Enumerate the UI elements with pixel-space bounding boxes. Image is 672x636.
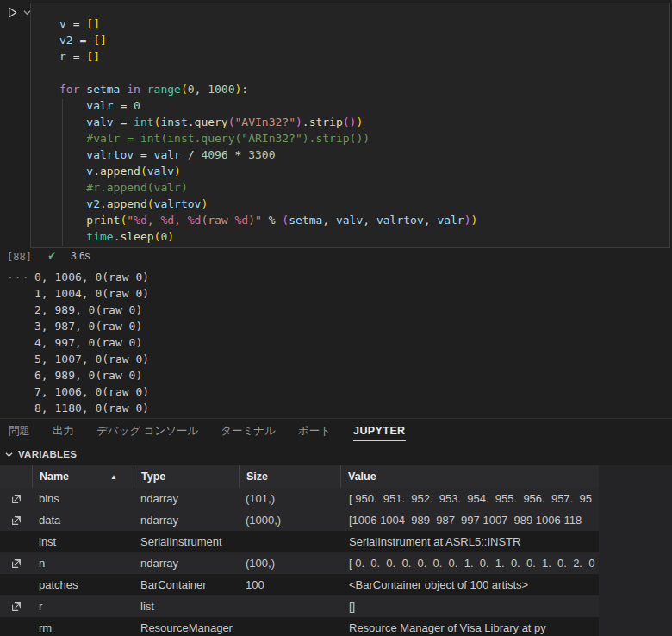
cell-name: rm: [32, 621, 134, 634]
header-size[interactable]: Size: [239, 465, 340, 488]
table-row-patches[interactable]: patchesBarContainer100<BarContainer obje…: [0, 574, 599, 595]
table-row-n[interactable]: nndarray(100,)[ 0. 0. 0. 0. 0. 0. 0. 1. …: [0, 552, 599, 574]
code-line: r = []: [59, 48, 477, 65]
open-data-viewer-icon[interactable]: [0, 601, 32, 613]
output-line: 1, 1004, 0(raw 0): [34, 285, 149, 302]
variables-table-region: Name ▲ Type Size Value binsndarray(101,)…: [0, 465, 672, 636]
output-line: 6, 989, 0(raw 0): [34, 367, 149, 383]
code-line: for setma in range(0, 1000):: [59, 81, 477, 97]
bottom-panel: 問題出力デバッグ コンソールターミナルポートJUPYTER VARIABLES …: [0, 418, 672, 636]
cell-type: ResourceManager: [134, 621, 239, 634]
output-line: 4, 997, 0(raw 0): [34, 334, 149, 351]
cell-type: ndarray: [134, 514, 239, 527]
variables-table-header: Name ▲ Type Size Value: [0, 465, 599, 488]
panel-tabbar: 問題出力デバッグ コンソールターミナルポートJUPYTER: [0, 419, 672, 443]
execution-duration: 3.6s: [71, 250, 90, 262]
code-editor[interactable]: v = []v2 = []r = []for setma in range(0,…: [59, 16, 477, 245]
output-line: 7, 1006, 0(raw 0): [34, 383, 149, 400]
cell-value: Resource Manager of Visa Library at py: [340, 621, 599, 634]
cell-type: ndarray: [134, 492, 239, 505]
code-line: #r.append(valr): [59, 179, 477, 196]
sort-ascending-icon: ▲: [110, 473, 117, 481]
cell-name: n: [32, 557, 134, 570]
cell-type: BarContainer: [134, 578, 239, 591]
cell-size: (101,): [239, 492, 340, 505]
cell-name: bins: [32, 492, 134, 505]
code-line: print("%d, %d, %d(raw %d)" % (setma, val…: [59, 212, 477, 228]
variables-section-label: VARIABLES: [18, 449, 77, 459]
notebook-cell: v = []v2 = []r = []for setma in range(0,…: [30, 3, 670, 248]
cell-type: ndarray: [134, 557, 239, 570]
table-row-bins[interactable]: binsndarray(101,)[ 950. 951. 952. 953. 9…: [0, 488, 599, 509]
tab-debug-console[interactable]: デバッグ コンソール: [96, 421, 198, 441]
output-line: 5, 1007, 0(raw 0): [34, 351, 149, 367]
code-line: [59, 65, 477, 81]
cell-value: [ 950. 951. 952. 953. 954. 955. 956. 957…: [340, 492, 599, 505]
execution-count: [88]: [7, 251, 32, 263]
variables-section-header[interactable]: VARIABLES: [0, 443, 672, 465]
run-cell-controls[interactable]: [6, 6, 31, 19]
run-cell-icon[interactable]: [6, 6, 19, 19]
code-line: valrtov = valr / 4096 * 3300: [59, 147, 477, 163]
table-row-data[interactable]: datandarray(1000,)[1006 1004 989 987 997…: [0, 509, 599, 531]
output-line: 0, 1006, 0(raw 0): [34, 269, 149, 285]
code-line: valr = 0: [59, 97, 477, 114]
output-line: 8, 1180, 0(raw 0): [34, 400, 149, 416]
header-icon-column: [0, 465, 32, 488]
tab-output[interactable]: 出力: [53, 421, 74, 441]
cell-value: SerialInstrument at ASRL5::INSTR: [340, 535, 599, 548]
cell-value: <BarContainer object of 100 artists>: [340, 578, 599, 591]
code-line: v2 = []: [59, 32, 477, 48]
cell-name: data: [32, 514, 134, 527]
header-value[interactable]: Value: [340, 465, 599, 488]
tab-terminal[interactable]: ターミナル: [221, 421, 276, 441]
cell-type: SerialInstrument: [134, 535, 239, 548]
code-line: v = []: [59, 16, 477, 32]
code-line: v2.append(valrtov): [59, 196, 477, 212]
cell-name: patches: [32, 578, 134, 591]
table-row-r[interactable]: rlist[]: [0, 595, 599, 617]
tab-jupyter[interactable]: JUPYTER: [353, 421, 405, 441]
variables-table: Name ▲ Type Size Value binsndarray(101,)…: [0, 465, 599, 636]
header-name[interactable]: Name ▲: [32, 465, 134, 488]
open-data-viewer-icon[interactable]: [0, 558, 32, 570]
cell-size: (100,): [239, 557, 340, 570]
code-line: time.sleep(0): [59, 228, 477, 245]
success-check-icon: ✓: [47, 249, 57, 262]
code-line: #valr = int(inst.query("ARIn32?").strip(…: [59, 130, 477, 147]
open-data-viewer-icon[interactable]: [0, 514, 32, 527]
output-line: 2, 989, 0(raw 0): [34, 302, 149, 318]
cell-size: 100: [239, 578, 340, 591]
cell-name: inst: [32, 535, 134, 548]
table-row-rm[interactable]: rmResourceManagerResource Manager of Vis…: [0, 617, 599, 636]
output-collapse-gutter[interactable]: ···: [7, 271, 29, 284]
cell-value: [1006 1004 989 987 997 1007 989 1006 118: [340, 514, 599, 527]
output-line: 3, 987, 0(raw 0): [34, 318, 149, 334]
header-type[interactable]: Type: [134, 465, 239, 488]
tab-ports[interactable]: ポート: [298, 421, 331, 441]
code-line: valv = int(inst.query("AVIn32?").strip()…: [59, 114, 477, 130]
cell-value: [ 0. 0. 0. 0. 0. 0. 0. 1. 0. 1. 0. 0. 1.…: [340, 557, 599, 570]
cell-status-bar: ✓ 3.6s: [47, 249, 90, 262]
cell-output-area: ··· 0, 1006, 0(raw 0)1, 1004, 0(raw 0)2,…: [0, 267, 672, 418]
code-line: v.append(valv): [59, 163, 477, 179]
cell-type: list: [134, 600, 239, 613]
cell-size: (1000,): [239, 514, 340, 527]
chevron-down-icon: [5, 452, 13, 458]
tab-problems[interactable]: 問題: [9, 421, 30, 441]
table-row-inst[interactable]: instSerialInstrumentSerialInstrument at …: [0, 531, 599, 552]
cell-value: []: [340, 600, 599, 613]
cell-name: r: [32, 600, 134, 613]
output-text: 0, 1006, 0(raw 0)1, 1004, 0(raw 0)2, 989…: [34, 269, 149, 416]
open-data-viewer-icon[interactable]: [0, 493, 32, 505]
